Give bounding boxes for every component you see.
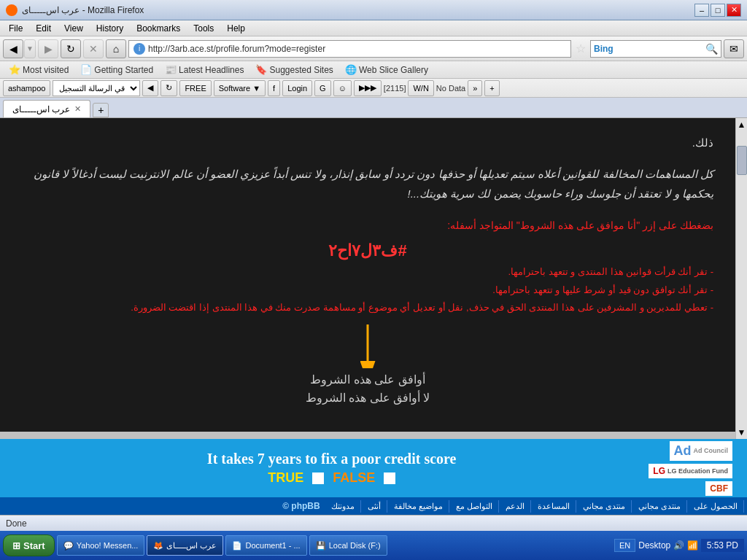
toolbar-row: ashampoo بين هلاقي الرسالة التسجيل ◀ ↻ F…: [0, 79, 747, 98]
site-icon: i: [133, 43, 145, 55]
taskbar-yahoo-label: Yahoo! Messen...: [77, 541, 139, 550]
add-toolbar-btn[interactable]: +: [484, 80, 499, 96]
bottom-nav-item-3[interactable]: المساعدة: [532, 500, 576, 513]
minimize-button[interactable]: –: [694, 4, 709, 17]
ad-text-main: It takes 7 years to fix a poor credit sc…: [15, 451, 649, 486]
bottom-nav-item-0[interactable]: الحصول على: [688, 500, 744, 513]
phpbb-logo: phpBB ©: [278, 501, 325, 511]
menu-file[interactable]: File: [3, 22, 28, 35]
misc-btn3[interactable]: ▶▶▶: [354, 80, 382, 96]
paragraph1: كل المساهمات المخالفة للقوانين أعلاه سيت…: [22, 164, 713, 203]
top-text: ذلك.: [22, 133, 713, 152]
cbf-box: CBF: [705, 481, 732, 496]
menu-view[interactable]: View: [58, 22, 89, 35]
firefox-icon: [6, 4, 18, 16]
active-tab[interactable]: ✕ عرب اس‌ـــــاى: [3, 100, 90, 117]
bookmark-most-visited-label: Most visited: [23, 65, 69, 75]
scroll-down-btn[interactable]: ▼: [736, 426, 747, 439]
start-button[interactable]: ⊞ Start: [3, 534, 55, 556]
tab-close-icon[interactable]: ✕: [74, 104, 81, 114]
refresh-toolbar-btn[interactable]: ↻: [160, 80, 177, 96]
taskbar-firefox[interactable]: 🦊 عرب اس‌ـــــاى: [147, 535, 223, 556]
social-share-btn[interactable]: f: [268, 80, 280, 96]
bookmark-suggested-sites[interactable]: 🔖 Suggested Sites: [252, 63, 336, 77]
disagree-button[interactable]: لا أوافق على هذه الشروط: [22, 391, 713, 405]
title-bar-buttons: – □ ✕: [694, 4, 741, 17]
yahoo-icon: 💬: [63, 541, 74, 551]
system-tray-icons: 🔊 📶: [673, 540, 697, 551]
ad-true-checkbox[interactable]: [312, 472, 324, 484]
scroll-up-btn[interactable]: ▲: [736, 118, 747, 131]
taskbar-localdisk[interactable]: 💾 Local Disk (F:): [309, 535, 387, 556]
bookmark-getting-started[interactable]: 📄 Getting Started: [77, 63, 156, 77]
forward-button[interactable]: ▶: [38, 39, 58, 58]
message-dropdown[interactable]: بين هلاقي الرسالة التسجيل: [53, 80, 140, 96]
misc-btn2[interactable]: ☺: [333, 80, 352, 96]
title-bar: عرب اس‌ـــــاى - Mozilla Firefox – □ ✕: [0, 0, 747, 20]
bottom-nav-item-4[interactable]: الدعم: [500, 500, 531, 513]
address-bar-container: i http://3arb.ace.st/profile.forum?mode=…: [128, 40, 588, 58]
no-data-label: No Data: [436, 84, 465, 93]
menu-history[interactable]: History: [90, 22, 129, 35]
wn-btn[interactable]: W/N: [408, 80, 433, 96]
bottom-nav-item-7[interactable]: أنثى: [362, 500, 387, 513]
ad-council-label: Ad Council: [694, 447, 729, 454]
bottom-nav-item-6[interactable]: مواضيع مخالفة: [388, 500, 449, 513]
nav-arrow-btn[interactable]: ◀: [142, 80, 158, 96]
login-label: Login: [287, 84, 307, 93]
back-dropdown[interactable]: ▼: [24, 39, 36, 58]
ashampoo-btn[interactable]: ashampoo: [3, 80, 50, 96]
bottom-nav-item-8[interactable]: مدونتك: [325, 500, 361, 513]
new-tab-button[interactable]: +: [93, 103, 109, 117]
menu-tools[interactable]: Tools: [187, 22, 220, 35]
ad-banner: It takes 7 years to fix a poor credit sc…: [0, 439, 747, 497]
ad-title: It takes 7 years to fix a poor credit sc…: [15, 451, 649, 467]
agree-button[interactable]: أوافق على هذه الشروط: [22, 373, 713, 386]
home-button[interactable]: ⌂: [106, 39, 126, 58]
live-mail-button[interactable]: ✉: [724, 39, 744, 58]
bookmark-star[interactable]: ☆: [573, 42, 588, 55]
refresh-button[interactable]: ↻: [61, 39, 81, 58]
free-btn[interactable]: FREE: [179, 80, 211, 96]
scrollbar[interactable]: ▲ ▼: [735, 118, 747, 439]
taskbar-yahoo[interactable]: 💬 Yahoo! Messen...: [57, 535, 145, 556]
bookmark-most-visited[interactable]: ⭐ Most visited: [6, 63, 71, 77]
lg-box: LG LG Education Fund: [649, 464, 732, 478]
ad-false-checkbox[interactable]: [384, 472, 395, 484]
tab-bar: ✕ عرب اس‌ـــــاى +: [0, 98, 747, 118]
software-btn[interactable]: Software ▼: [214, 80, 266, 96]
menu-edit[interactable]: Edit: [30, 22, 57, 35]
down-arrow-icon: [353, 324, 382, 368]
bottom-nav-item-1[interactable]: منتدى مجاني: [632, 500, 687, 513]
start-icon: ⊞: [12, 540, 20, 551]
misc-btn1[interactable]: G: [314, 80, 331, 96]
overflow-btn[interactable]: »: [468, 80, 482, 96]
bookmark-latest-headlines-label: Latest Headlines: [179, 65, 244, 75]
document-icon: 📄: [232, 541, 242, 551]
software-label: Software ▼: [219, 84, 260, 93]
taskbar-clock: 5:53 PD: [701, 539, 744, 552]
scroll-thumb[interactable]: [737, 146, 747, 175]
menu-bar: File Edit View History Bookmarks Tools H…: [0, 20, 747, 36]
red-line3: - تعطي للمديرين و المشرفين على هذا المنت…: [22, 299, 713, 317]
bookmark-web-slice[interactable]: 🌐 Web Slice Gallery: [342, 63, 431, 77]
close-button[interactable]: ✕: [727, 4, 741, 17]
search-bar[interactable]: Bing 🔍: [590, 40, 721, 58]
stop-button[interactable]: ✕: [83, 39, 104, 58]
bookmark-suggested-sites-label: Suggested Sites: [269, 65, 333, 75]
address-bar[interactable]: i http://3arb.ace.st/profile.forum?mode=…: [128, 40, 571, 58]
search-icon[interactable]: 🔍: [705, 43, 718, 55]
back-button[interactable]: ◀: [3, 39, 23, 58]
nav-bar: ◀ ▼ ▶ ↻ ✕ ⌂ i http://3arb.ace.st/profile…: [0, 36, 747, 61]
taskbar-document[interactable]: 📄 Document1 - ...: [225, 535, 306, 556]
maximize-button[interactable]: □: [711, 4, 725, 17]
bottom-nav-item-5[interactable]: التواصل مع: [450, 500, 499, 513]
ashampoo-label: ashampoo: [8, 84, 45, 93]
bottom-nav-item-2[interactable]: منتدى مجاني: [577, 500, 632, 513]
login-btn[interactable]: Login: [282, 80, 312, 96]
menu-bookmarks[interactable]: Bookmarks: [131, 22, 186, 35]
bookmark-latest-headlines[interactable]: 📰 Latest Headlines: [162, 63, 247, 77]
globe-icon: 🌐: [345, 64, 357, 75]
language-button[interactable]: EN: [614, 539, 635, 552]
menu-help[interactable]: Help: [221, 22, 251, 35]
